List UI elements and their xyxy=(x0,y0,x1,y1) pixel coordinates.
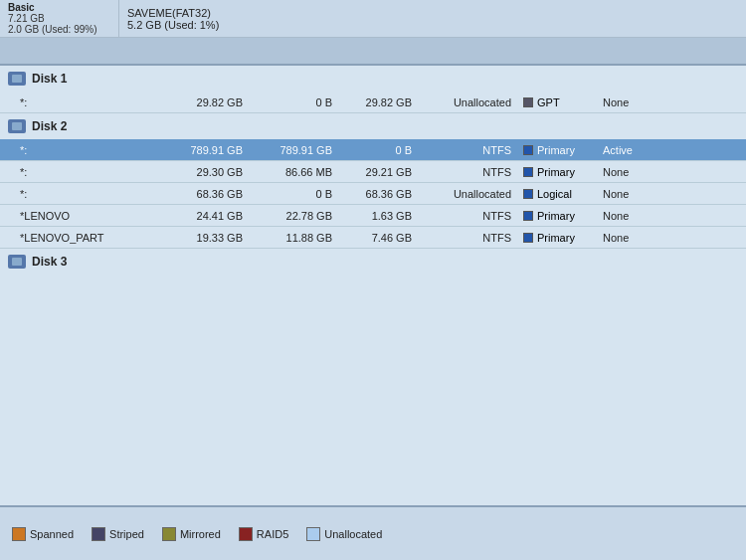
partition-row[interactable]: *:68.36 GB0 B68.36 GBUnallocatedLogicalN… xyxy=(0,183,746,205)
partition-row[interactable]: *LENOVO24.41 GB22.78 GB1.63 GBNTFSPrimar… xyxy=(0,205,746,227)
partition-row[interactable]: *LENOVO_PART19.33 GB11.88 GB7.46 GBNTFSP… xyxy=(0,227,746,249)
cell-3: 29.82 GB xyxy=(338,96,418,108)
legend-label: Striped xyxy=(109,528,144,540)
cell-2: 22.78 GB xyxy=(249,210,338,222)
type-label: Primary xyxy=(537,210,575,222)
disk-icon-1 xyxy=(8,72,26,86)
type-square-icon xyxy=(523,189,533,199)
top-disk-saveme: SAVEME(FAT32) 5.2 GB (Used: 1%) xyxy=(119,0,279,37)
cell-1: 29.30 GB xyxy=(159,166,249,178)
cell-0: *: xyxy=(0,188,159,200)
cell-4: NTFS xyxy=(418,210,517,222)
legend-box-striped xyxy=(92,527,105,541)
top-disk-saveme-size: 5.2 GB (Used: 1%) xyxy=(127,19,271,31)
type-cell: Primary xyxy=(517,232,597,244)
type-cell: Logical xyxy=(517,188,597,200)
type-label: Primary xyxy=(537,232,575,244)
disk-icon-2 xyxy=(8,119,26,133)
cell-2: 86.66 MB xyxy=(249,166,338,178)
cell-0: *LENOVO xyxy=(0,210,159,222)
type-label: Primary xyxy=(537,144,575,156)
cell-0: *: xyxy=(0,144,159,156)
cell-4: Unallocated xyxy=(418,96,517,108)
legend-item-raid5: RAID5 xyxy=(239,527,288,541)
type-label: GPT xyxy=(537,96,560,108)
cell-4: NTFS xyxy=(418,144,517,156)
status-cell: None xyxy=(597,96,666,108)
type-cell: Primary xyxy=(517,144,597,156)
cell-3: 1.63 GB xyxy=(338,210,418,222)
top-disk-type: Basic xyxy=(8,2,110,13)
top-disk-basic: Basic 7.21 GB 2.0 GB (Used: 99%) xyxy=(0,0,119,37)
cell-4: NTFS xyxy=(418,166,517,178)
cell-1: 29.82 GB xyxy=(159,96,249,108)
legend-label: RAID5 xyxy=(257,528,288,540)
partition-row[interactable]: *:789.91 GB789.91 GB0 BNTFSPrimaryActive xyxy=(0,139,746,161)
cell-1: 24.41 GB xyxy=(159,210,249,222)
disk-group-header-2: Disk 2 xyxy=(0,113,746,139)
legend-box-mirrored xyxy=(162,527,176,541)
cell-2: 11.88 GB xyxy=(249,232,338,244)
type-square-icon xyxy=(523,145,533,155)
type-label: Logical xyxy=(537,188,572,200)
type-square-icon xyxy=(523,167,533,177)
cell-4: Unallocated xyxy=(418,188,517,200)
status-cell: None xyxy=(597,232,666,244)
type-square-icon xyxy=(523,211,533,221)
top-disk-used: 2.0 GB (Used: 99%) xyxy=(8,24,110,35)
cell-3: 68.36 GB xyxy=(338,188,418,200)
status-cell: None xyxy=(597,166,666,178)
disk-label-3: Disk 3 xyxy=(32,255,67,269)
type-cell: Primary xyxy=(517,210,597,222)
legend-item-mirrored: Mirrored xyxy=(162,527,221,541)
legend-item-spanned: Spanned xyxy=(12,527,74,541)
status-cell: Active xyxy=(597,144,666,156)
legend-label: Mirrored xyxy=(180,528,221,540)
cell-3: 29.21 GB xyxy=(338,166,418,178)
top-bar: Basic 7.21 GB 2.0 GB (Used: 99%) SAVEME(… xyxy=(0,0,746,38)
disk-label-2: Disk 2 xyxy=(32,119,67,133)
disk-group-header-3: Disk 3 xyxy=(0,249,746,275)
cell-2: 789.91 GB xyxy=(249,144,338,156)
legend-label: Unallocated xyxy=(324,528,382,540)
partition-row[interactable]: *:29.30 GB86.66 MB29.21 GBNTFSPrimaryNon… xyxy=(0,161,746,183)
cell-1: 68.36 GB xyxy=(159,188,249,200)
cell-0: *LENOVO_PART xyxy=(0,232,159,244)
main-container: Disk 1*:29.82 GB0 B29.82 GBUnallocatedGP… xyxy=(0,38,746,505)
type-square-icon xyxy=(523,233,533,243)
cell-3: 7.46 GB xyxy=(338,232,418,244)
legend-box-spanned xyxy=(12,527,26,541)
cell-0: *: xyxy=(0,166,159,178)
top-disk-saveme-label: SAVEME(FAT32) xyxy=(127,7,271,19)
cell-3: 0 B xyxy=(338,144,418,156)
legend-item-striped: Striped xyxy=(92,527,144,541)
partition-row[interactable]: *:29.82 GB0 B29.82 GBUnallocatedGPTNone xyxy=(0,92,746,113)
top-disk-size: 7.21 GB xyxy=(8,13,110,24)
disk-table-body: Disk 1*:29.82 GB0 B29.82 GBUnallocatedGP… xyxy=(0,66,746,275)
cell-2: 0 B xyxy=(249,188,338,200)
type-square-icon xyxy=(523,97,533,107)
cell-1: 19.33 GB xyxy=(159,232,249,244)
cell-2: 0 B xyxy=(249,96,338,108)
cell-0: *: xyxy=(0,96,159,108)
cell-1: 789.91 GB xyxy=(159,144,249,156)
legend-label: Spanned xyxy=(30,528,74,540)
disk-label-1: Disk 1 xyxy=(32,72,67,86)
status-cell: None xyxy=(597,188,666,200)
footer-legend: SpannedStripedMirroredRAID5Unallocated xyxy=(0,505,746,560)
type-cell: GPT xyxy=(517,96,597,108)
cell-4: NTFS xyxy=(418,232,517,244)
table-header xyxy=(0,38,746,66)
status-cell: None xyxy=(597,210,666,222)
legend-item-unallocated: Unallocated xyxy=(306,527,382,541)
disk-group-header-1: Disk 1 xyxy=(0,66,746,92)
disk-icon-3 xyxy=(8,255,26,269)
legend-box-raid5 xyxy=(239,527,253,541)
legend-box-unallocated xyxy=(306,527,320,541)
type-cell: Primary xyxy=(517,166,597,178)
type-label: Primary xyxy=(537,166,575,178)
